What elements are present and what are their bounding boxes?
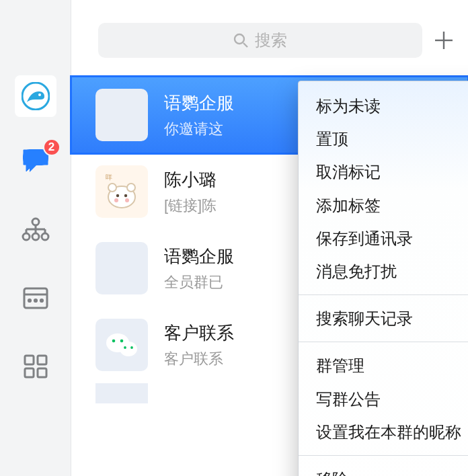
svg-point-27: [125, 198, 129, 202]
nav-apps[interactable]: [20, 351, 51, 382]
search-input[interactable]: 搜索: [98, 23, 422, 58]
svg-point-4: [23, 233, 30, 240]
menu-item-label: 标为未读: [316, 93, 381, 118]
svg-rect-14: [25, 368, 34, 377]
conversation-avatar: [95, 89, 148, 141]
new-chat-button[interactable]: [432, 28, 456, 52]
context-menu-item[interactable]: 写群公告: [299, 383, 468, 415]
svg-point-3: [32, 219, 39, 225]
svg-point-11: [40, 299, 42, 301]
svg-point-26: [114, 198, 118, 202]
context-menu-item[interactable]: 标为未读: [299, 89, 468, 122]
search-placeholder: 搜索: [255, 30, 287, 51]
svg-point-32: [124, 346, 126, 349]
calendar-icon: [22, 286, 49, 310]
menu-item-label: 保存到通讯录: [316, 226, 413, 251]
menu-item-label: 移除: [316, 467, 348, 476]
svg-point-24: [116, 194, 119, 197]
sidebar: 2: [0, 0, 71, 476]
unread-badge: 2: [43, 138, 61, 156]
menu-item-label: 添加标签: [316, 193, 381, 218]
menu-item-label: 群管理: [316, 353, 364, 378]
menu-separator: [299, 342, 468, 342]
context-menu-item[interactable]: 搜索聊天记录: [299, 302, 468, 335]
sheep-avatar-icon: 咩: [102, 171, 142, 212]
svg-point-5: [32, 233, 39, 240]
menu-item-label: 取消标记: [316, 159, 381, 184]
context-menu-item[interactable]: 移除: [299, 463, 468, 476]
context-menu-item[interactable]: 群管理: [299, 349, 468, 382]
svg-text:咩: 咩: [106, 173, 112, 181]
context-menu-item[interactable]: 保存到通讯录: [299, 222, 468, 255]
menu-item-label: 设置我在本群的昵称: [316, 420, 461, 444]
nav-org[interactable]: [20, 214, 51, 245]
bird-logo-icon: [22, 82, 50, 110]
context-menu-item[interactable]: 消息免打扰: [299, 255, 468, 288]
svg-point-31: [120, 340, 124, 343]
svg-rect-15: [38, 368, 46, 377]
conversation-avatar: [95, 319, 148, 371]
context-menu: 标为未读置顶取消标记添加标签保存到通讯录消息免打扰搜索聊天记录群管理写群公告设置…: [298, 81, 468, 476]
apps-grid-icon: [23, 354, 48, 379]
conversation-avatar: [95, 242, 148, 294]
svg-point-23: [127, 184, 135, 192]
nav-chats[interactable]: 2: [20, 145, 51, 176]
context-menu-item[interactable]: 添加标签: [299, 189, 468, 222]
menu-separator: [299, 294, 468, 295]
chat-list-panel: 搜索 语鹦企服 你邀请这 咩: [71, 0, 468, 476]
svg-point-9: [28, 299, 30, 301]
org-chart-icon: [22, 217, 50, 241]
svg-point-25: [124, 194, 127, 197]
app-avatar[interactable]: [15, 75, 56, 117]
svg-point-1: [38, 93, 41, 96]
svg-point-30: [112, 340, 116, 343]
menu-item-label: 写群公告: [316, 387, 381, 411]
menu-separator: [299, 455, 468, 456]
context-menu-item[interactable]: 取消标记: [299, 155, 468, 188]
context-menu-item[interactable]: 设置我在本群的昵称: [299, 415, 468, 448]
svg-point-16: [235, 34, 244, 44]
conversation-avatar: 咩: [95, 165, 148, 218]
plus-icon: [434, 30, 454, 50]
svg-rect-12: [25, 356, 34, 364]
conversation-avatar: [95, 383, 148, 403]
svg-line-17: [243, 43, 247, 47]
wechat-icon: [105, 331, 139, 359]
menu-item-label: 消息免打扰: [316, 259, 397, 284]
svg-point-10: [34, 299, 36, 301]
svg-point-22: [108, 184, 116, 192]
svg-rect-13: [38, 356, 46, 364]
context-menu-item[interactable]: 置顶: [299, 122, 468, 155]
svg-point-29: [120, 342, 137, 356]
menu-item-label: 搜索聊天记录: [316, 306, 413, 331]
menu-item-label: 置顶: [316, 126, 348, 151]
svg-point-33: [130, 346, 133, 349]
svg-rect-7: [24, 288, 47, 308]
search-icon: [233, 33, 248, 48]
svg-point-6: [42, 233, 48, 240]
nav-calendar[interactable]: [20, 282, 51, 313]
